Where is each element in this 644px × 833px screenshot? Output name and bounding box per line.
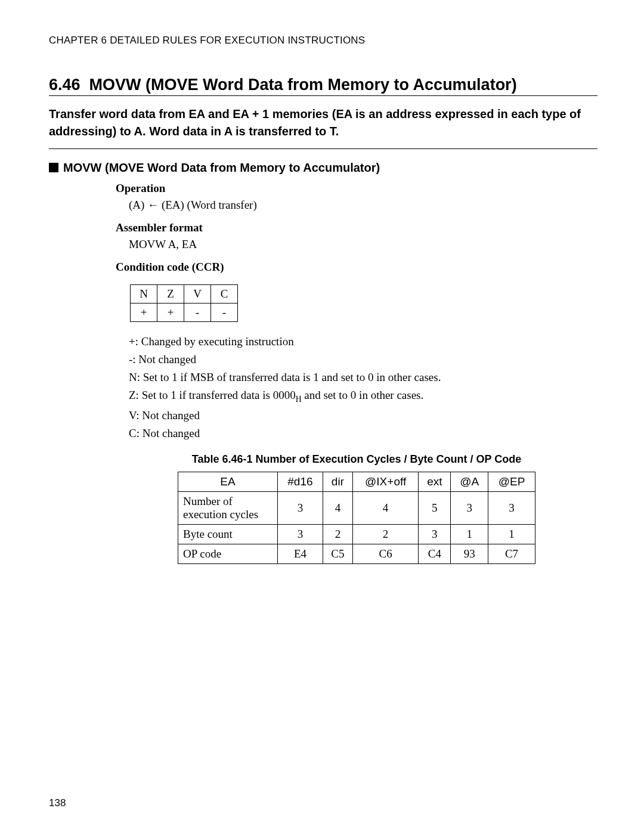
square-bullet-icon [49,163,58,172]
section-title-text: MOVW (MOVE Word Data from Memory to Accu… [89,76,517,94]
cell: 3 [278,491,323,524]
col-header-ea: EA [178,472,278,491]
cell: 3 [419,524,451,544]
chapter-header: CHAPTER 6 DETAILED RULES FOR EXECUTION I… [49,35,597,47]
cell: C6 [353,544,419,563]
ccr-label: Condition code (CCR) [116,261,597,274]
details-block: Operation (A) ← (EA) (Word transfer) Ass… [116,182,597,564]
note-z-pre: Z: Set to 1 if transferred data is 0000 [129,389,296,401]
table-row: Number of execution cycles 3 4 4 5 3 3 [178,491,535,524]
table-row: N Z V C [131,284,238,303]
cell: 4 [323,491,352,524]
divider [49,148,597,149]
cell: 1 [451,524,488,544]
ccr-table: N Z V C + + - - [130,284,238,322]
cell: C7 [488,544,535,563]
col-header-d16: #d16 [278,472,323,491]
cell: 2 [323,524,352,544]
table-caption: Table 6.46-1 Number of Execution Cycles … [116,453,597,466]
ccr-header-n: N [131,284,157,303]
cell: 5 [419,491,451,524]
note-minus: -: Not changed [129,353,597,366]
col-header-a: @A [451,472,488,491]
table-row: + + - - [131,303,238,321]
cell: 4 [353,491,419,524]
row-label-bytecount: Byte count [178,524,278,544]
subheading-row: MOVW (MOVE Word Data from Memory to Accu… [49,161,597,175]
assembler-value: MOVW A, EA [129,238,597,251]
table-row: OP code E4 C5 C6 C4 93 C7 [178,544,535,563]
col-header-ext: ext [419,472,451,491]
table-row: Byte count 3 2 2 3 1 1 [178,524,535,544]
cell: 3 [451,491,488,524]
page-number: 138 [49,797,66,809]
row-label-opcode: OP code [178,544,278,563]
section-number: 6.46 [49,76,80,94]
ccr-header-v: V [184,284,211,303]
note-z-post: and set to 0 in other cases. [302,389,424,401]
ccr-header-c: C [211,284,238,303]
col-header-dir: dir [323,472,352,491]
operation-label: Operation [116,182,597,195]
page: CHAPTER 6 DETAILED RULES FOR EXECUTION I… [0,0,644,833]
row-label-cycles: Number of execution cycles [178,491,278,524]
table-row: EA #d16 dir @IX+off ext @A @EP [178,472,535,491]
note-z-sub: H [296,395,302,404]
ccr-value-z: + [157,303,184,321]
note-v: V: Not changed [129,409,597,422]
subheading: MOVW (MOVE Word Data from Memory to Accu… [63,161,380,175]
ccr-notes: +: Changed by executing instruction -: N… [129,335,597,440]
ccr-value-n: + [131,303,157,321]
cell: 2 [353,524,419,544]
ccr-value-v: - [184,303,211,321]
execution-table: EA #d16 dir @IX+off ext @A @EP Number of… [178,472,535,564]
cell: C5 [323,544,352,563]
assembler-label: Assembler format [116,221,597,234]
cell: C4 [419,544,451,563]
cell: 3 [278,524,323,544]
divider [49,95,597,96]
col-header-ep: @EP [488,472,535,491]
col-header-ixoff: @IX+off [353,472,419,491]
ccr-value-c: - [211,303,238,321]
cell: 93 [451,544,488,563]
operation-value: (A) ← (EA) (Word transfer) [129,199,597,212]
note-plus: +: Changed by executing instruction [129,335,597,348]
note-n: N: Set to 1 if MSB of transferred data i… [129,371,597,384]
cell: 1 [488,524,535,544]
cell: E4 [278,544,323,563]
cell: 3 [488,491,535,524]
note-c: C: Not changed [129,427,597,440]
intro-paragraph: Transfer word data from EA and EA + 1 me… [49,106,597,140]
section-title: 6.46 MOVW (MOVE Word Data from Memory to… [49,75,597,95]
ccr-header-z: Z [157,284,184,303]
note-z: Z: Set to 1 if transferred data is 0000H… [129,389,597,404]
